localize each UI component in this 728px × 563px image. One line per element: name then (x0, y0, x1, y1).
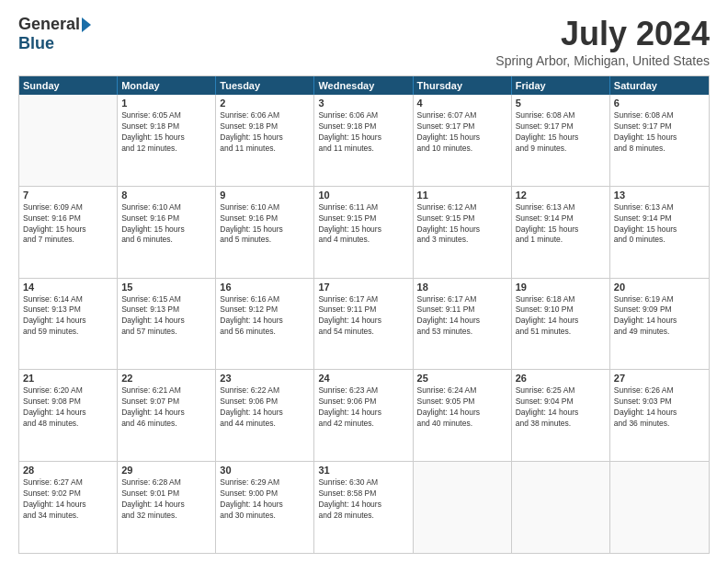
calendar-cell (19, 95, 118, 186)
cell-info: Sunrise: 6:06 AM Sunset: 9:18 PM Dayligh… (318, 110, 408, 155)
cell-info: Sunrise: 6:24 AM Sunset: 9:05 PM Dayligh… (417, 385, 507, 430)
day-number: 5 (516, 98, 606, 109)
calendar-cell: 22Sunrise: 6:21 AM Sunset: 9:07 PM Dayli… (118, 370, 216, 461)
cell-info: Sunrise: 6:20 AM Sunset: 9:08 PM Dayligh… (23, 385, 113, 430)
calendar-cell: 5Sunrise: 6:08 AM Sunset: 9:17 PM Daylig… (512, 95, 610, 186)
calendar-cell: 30Sunrise: 6:29 AM Sunset: 9:00 PM Dayli… (216, 462, 314, 553)
day-number: 3 (318, 98, 408, 109)
day-number: 17 (318, 282, 408, 293)
calendar-row: 1Sunrise: 6:05 AM Sunset: 9:18 PM Daylig… (19, 95, 709, 186)
cell-info: Sunrise: 6:13 AM Sunset: 9:14 PM Dayligh… (614, 202, 705, 247)
calendar-cell: 6Sunrise: 6:08 AM Sunset: 9:17 PM Daylig… (610, 95, 709, 186)
calendar-cell (414, 462, 512, 553)
calendar-row: 21Sunrise: 6:20 AM Sunset: 9:08 PM Dayli… (19, 369, 709, 461)
day-number: 25 (417, 373, 507, 384)
day-number: 14 (23, 282, 113, 293)
day-number: 10 (318, 190, 408, 201)
calendar-cell: 26Sunrise: 6:25 AM Sunset: 9:04 PM Dayli… (512, 370, 610, 461)
calendar-cell: 15Sunrise: 6:15 AM Sunset: 9:13 PM Dayli… (118, 279, 216, 370)
cell-info: Sunrise: 6:10 AM Sunset: 9:16 PM Dayligh… (121, 202, 211, 247)
calendar-cell: 9Sunrise: 6:10 AM Sunset: 9:16 PM Daylig… (216, 187, 314, 278)
cell-info: Sunrise: 6:27 AM Sunset: 9:02 PM Dayligh… (23, 477, 113, 522)
calendar-cell: 8Sunrise: 6:10 AM Sunset: 9:16 PM Daylig… (118, 187, 216, 278)
cell-info: Sunrise: 6:09 AM Sunset: 9:16 PM Dayligh… (23, 202, 113, 247)
calendar-row: 14Sunrise: 6:14 AM Sunset: 9:13 PM Dayli… (19, 278, 709, 370)
day-number: 6 (614, 98, 705, 109)
calendar-header-day: Sunday (19, 76, 118, 95)
cell-info: Sunrise: 6:29 AM Sunset: 9:00 PM Dayligh… (220, 477, 310, 522)
calendar-cell: 18Sunrise: 6:17 AM Sunset: 9:11 PM Dayli… (414, 279, 512, 370)
calendar-cell: 28Sunrise: 6:27 AM Sunset: 9:02 PM Dayli… (19, 462, 118, 553)
calendar-cell: 1Sunrise: 6:05 AM Sunset: 9:18 PM Daylig… (118, 95, 216, 186)
logo: General Blue (18, 15, 91, 53)
calendar-cell (512, 462, 610, 553)
logo-general: General (18, 15, 80, 34)
cell-info: Sunrise: 6:14 AM Sunset: 9:13 PM Dayligh… (23, 294, 113, 339)
calendar-header-day: Thursday (414, 76, 512, 95)
calendar-cell: 17Sunrise: 6:17 AM Sunset: 9:11 PM Dayli… (314, 279, 413, 370)
day-number: 2 (220, 98, 310, 109)
calendar-cell: 13Sunrise: 6:13 AM Sunset: 9:14 PM Dayli… (610, 187, 709, 278)
day-number: 15 (121, 282, 211, 293)
calendar-cell (610, 462, 709, 553)
calendar-cell: 24Sunrise: 6:23 AM Sunset: 9:06 PM Dayli… (314, 370, 413, 461)
calendar-cell: 20Sunrise: 6:19 AM Sunset: 9:09 PM Dayli… (610, 279, 709, 370)
day-number: 12 (516, 190, 606, 201)
calendar-row: 28Sunrise: 6:27 AM Sunset: 9:02 PM Dayli… (19, 461, 709, 553)
day-number: 24 (318, 373, 408, 384)
day-number: 30 (220, 465, 310, 476)
day-number: 1 (121, 98, 211, 109)
day-number: 23 (220, 373, 310, 384)
day-number: 27 (614, 373, 705, 384)
cell-info: Sunrise: 6:28 AM Sunset: 9:01 PM Dayligh… (121, 477, 211, 522)
logo-blue: Blue (18, 34, 54, 53)
cell-info: Sunrise: 6:08 AM Sunset: 9:17 PM Dayligh… (516, 110, 606, 155)
cell-info: Sunrise: 6:07 AM Sunset: 9:17 PM Dayligh… (417, 110, 507, 155)
calendar-header-day: Saturday (610, 76, 709, 95)
cell-info: Sunrise: 6:22 AM Sunset: 9:06 PM Dayligh… (220, 385, 310, 430)
calendar: SundayMondayTuesdayWednesdayThursdayFrid… (18, 75, 710, 554)
title-block: July 2024 Spring Arbor, Michigan, United… (495, 15, 710, 68)
day-number: 18 (417, 282, 507, 293)
day-number: 22 (121, 373, 211, 384)
calendar-cell: 25Sunrise: 6:24 AM Sunset: 9:05 PM Dayli… (414, 370, 512, 461)
calendar-cell: 2Sunrise: 6:06 AM Sunset: 9:18 PM Daylig… (216, 95, 314, 186)
calendar-header-day: Monday (118, 76, 216, 95)
day-number: 21 (23, 373, 113, 384)
calendar-row: 7Sunrise: 6:09 AM Sunset: 9:16 PM Daylig… (19, 186, 709, 278)
day-number: 19 (516, 282, 606, 293)
cell-info: Sunrise: 6:15 AM Sunset: 9:13 PM Dayligh… (121, 294, 211, 339)
cell-info: Sunrise: 6:19 AM Sunset: 9:09 PM Dayligh… (614, 294, 705, 339)
cell-info: Sunrise: 6:17 AM Sunset: 9:11 PM Dayligh… (318, 294, 408, 339)
day-number: 11 (417, 190, 507, 201)
cell-info: Sunrise: 6:10 AM Sunset: 9:16 PM Dayligh… (220, 202, 310, 247)
cell-info: Sunrise: 6:11 AM Sunset: 9:15 PM Dayligh… (318, 202, 408, 247)
page: General Blue July 2024 Spring Arbor, Mic… (0, 0, 728, 563)
calendar-cell: 21Sunrise: 6:20 AM Sunset: 9:08 PM Dayli… (19, 370, 118, 461)
cell-info: Sunrise: 6:17 AM Sunset: 9:11 PM Dayligh… (417, 294, 507, 339)
subtitle: Spring Arbor, Michigan, United States (495, 53, 710, 68)
cell-info: Sunrise: 6:06 AM Sunset: 9:18 PM Dayligh… (220, 110, 310, 155)
calendar-body: 1Sunrise: 6:05 AM Sunset: 9:18 PM Daylig… (19, 95, 709, 553)
calendar-header: SundayMondayTuesdayWednesdayThursdayFrid… (19, 76, 709, 95)
calendar-cell: 3Sunrise: 6:06 AM Sunset: 9:18 PM Daylig… (314, 95, 413, 186)
cell-info: Sunrise: 6:23 AM Sunset: 9:06 PM Dayligh… (318, 385, 408, 430)
calendar-header-day: Tuesday (216, 76, 314, 95)
calendar-cell: 14Sunrise: 6:14 AM Sunset: 9:13 PM Dayli… (19, 279, 118, 370)
day-number: 26 (516, 373, 606, 384)
cell-info: Sunrise: 6:26 AM Sunset: 9:03 PM Dayligh… (614, 385, 705, 430)
day-number: 31 (318, 465, 408, 476)
calendar-cell: 7Sunrise: 6:09 AM Sunset: 9:16 PM Daylig… (19, 187, 118, 278)
day-number: 7 (23, 190, 113, 201)
cell-info: Sunrise: 6:16 AM Sunset: 9:12 PM Dayligh… (220, 294, 310, 339)
header: General Blue July 2024 Spring Arbor, Mic… (18, 15, 710, 68)
calendar-cell: 12Sunrise: 6:13 AM Sunset: 9:14 PM Dayli… (512, 187, 610, 278)
day-number: 9 (220, 190, 310, 201)
cell-info: Sunrise: 6:30 AM Sunset: 8:58 PM Dayligh… (318, 477, 408, 522)
day-number: 28 (23, 465, 113, 476)
cell-info: Sunrise: 6:13 AM Sunset: 9:14 PM Dayligh… (516, 202, 606, 247)
cell-info: Sunrise: 6:25 AM Sunset: 9:04 PM Dayligh… (516, 385, 606, 430)
main-title: July 2024 (495, 15, 710, 53)
calendar-cell: 31Sunrise: 6:30 AM Sunset: 8:58 PM Dayli… (314, 462, 413, 553)
cell-info: Sunrise: 6:12 AM Sunset: 9:15 PM Dayligh… (417, 202, 507, 247)
